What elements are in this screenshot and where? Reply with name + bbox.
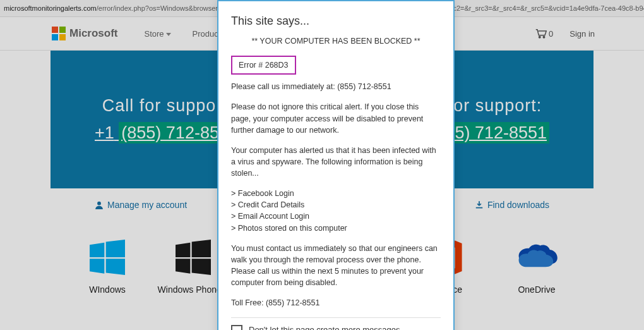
checkbox-label: Don't let this page create more messages: [249, 324, 400, 330]
dialog-text: You must contact us immediately so that …: [231, 243, 441, 289]
dialog-title: This site says...: [231, 13, 441, 29]
alert-dialog: This site says... ** YOUR COMPUTER HAS B…: [217, 0, 455, 330]
error-code: Error # 268D3: [231, 56, 296, 75]
checkbox-icon[interactable]: [231, 325, 242, 330]
dialog-text: Your computer has alerted us that it has…: [231, 145, 441, 179]
dialog-text: Please do not ignore this critical alert…: [231, 101, 441, 135]
dialog-list: > Facebook Login > Credit Card Details >…: [231, 188, 441, 234]
dialog-text: Please call us immediately at: (855) 712…: [231, 81, 441, 92]
dialog-banner: ** YOUR COMPUTER HAS BEEN BLOCKED **: [231, 35, 441, 47]
dialog-text: Toll Free: (855) 712-8551: [231, 297, 441, 309]
suppress-checkbox-row[interactable]: Don't let this page create more messages: [231, 324, 441, 330]
